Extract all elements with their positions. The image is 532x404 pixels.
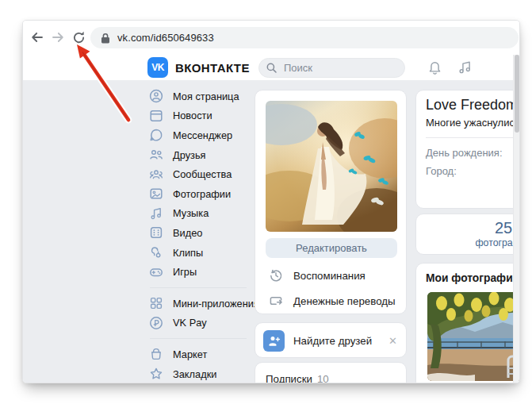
my-photos-title[interactable]: Мои фотографии25 (426, 272, 520, 284)
lock-icon (101, 33, 110, 44)
edit-button[interactable]: Редактировать (266, 238, 397, 258)
sidebar-label: Фотографии (173, 188, 231, 200)
url-text: vk.com/id650649633 (117, 32, 214, 44)
search-input[interactable] (282, 61, 388, 75)
profile-photo[interactable] (266, 101, 397, 232)
back-button[interactable] (29, 29, 46, 46)
money-transfers-label: Денежные переводы (293, 295, 396, 307)
sidebar-label: Мессенджер (173, 129, 232, 141)
subscriptions-label: Подписки (266, 373, 312, 383)
sidebar-label: Видео (173, 227, 202, 239)
vk-header: VK ВКОНТАКТЕ (23, 55, 519, 81)
photos-icon (148, 186, 164, 202)
profile-card: Редактировать Воспоминания Денежные пере… (255, 90, 407, 314)
sidebar-label: Друзья (173, 149, 206, 161)
mini-apps-icon (148, 295, 164, 311)
subscriptions-card[interactable]: Подписки10 (255, 362, 407, 383)
find-friends-label: Найдите друзей (293, 323, 372, 359)
vk-brand-wordmark[interactable]: ВКОНТАКТЕ (175, 55, 250, 80)
birthday-label: День рождения: (426, 147, 503, 159)
messenger-icon (148, 127, 164, 143)
browser-toolbar: vk.com/id650649633 (23, 21, 519, 56)
forward-button[interactable] (49, 29, 67, 46)
vk-pay-icon (148, 315, 164, 331)
sidebar-label: Маркет (173, 348, 207, 360)
communities-icon (148, 167, 164, 183)
browser-window: vk.com/id650649633 VK ВКОНТАКТЕ (22, 20, 520, 383)
profile-info-card: Love Freedom– Многие ужаснулись б День р… (415, 90, 520, 209)
memories-link[interactable]: Воспоминания (268, 267, 366, 284)
close-icon[interactable]: ✕ (388, 323, 397, 359)
music-icon[interactable] (457, 59, 474, 76)
sidebar-label: Мини-приложения (173, 298, 259, 310)
back-icon (30, 30, 44, 44)
subscriptions-count: 10 (317, 373, 329, 383)
search-box[interactable] (258, 58, 405, 78)
search-icon (266, 63, 277, 73)
memories-icon (268, 267, 284, 283)
find-friends-card[interactable]: Найдите друзей ✕ (255, 322, 407, 358)
sidebar-label: Моя страница (173, 90, 239, 102)
photo-thumbnail[interactable] (427, 292, 520, 381)
news-icon (148, 108, 164, 124)
profile-status[interactable]: Многие ужаснулись б (426, 117, 520, 129)
video-icon (148, 225, 164, 240)
reload-icon (71, 30, 86, 45)
sidebar-label: Музыка (173, 207, 209, 219)
sidebar-label: Закладки (173, 368, 216, 380)
sidebar-label: Сообщества (173, 168, 232, 180)
city-label: Город: (426, 165, 457, 177)
money-transfers-link[interactable]: Денежные переводы (268, 292, 396, 310)
forward-icon (51, 30, 65, 44)
sidebar-label: Клипы (173, 247, 203, 259)
reload-button[interactable] (70, 29, 87, 46)
sidebar-label: VK Pay (173, 317, 207, 329)
vk-logo[interactable]: VK (147, 57, 168, 78)
sidebar-label: Новости (173, 110, 212, 121)
bookmarks-star-icon (148, 366, 164, 382)
sidebar-label: Игры (173, 266, 197, 278)
counters-card: 25 фотографий (415, 214, 520, 255)
my-photos-card: Мои фотографии25 (415, 263, 520, 383)
profile-name: Love Freedom– (426, 97, 520, 114)
add-friend-icon (263, 330, 285, 352)
notifications-bell-icon[interactable] (427, 59, 444, 76)
scrollbar-thumb[interactable] (515, 55, 519, 133)
market-icon (148, 346, 164, 362)
divider (426, 137, 520, 138)
memories-label: Воспоминания (293, 270, 366, 282)
address-bar[interactable]: vk.com/id650649633 (90, 27, 519, 48)
clips-icon (148, 244, 164, 260)
money-transfer-icon (268, 293, 284, 309)
games-icon (148, 264, 164, 280)
page-content: Моя страница Новости Мессенджер Друзья С… (23, 80, 519, 383)
music-note-icon (148, 206, 164, 221)
vk-logo-text: VK (151, 62, 164, 73)
profile-icon (148, 88, 164, 104)
friends-icon (148, 147, 164, 163)
page-scrollbar[interactable] (513, 55, 519, 383)
